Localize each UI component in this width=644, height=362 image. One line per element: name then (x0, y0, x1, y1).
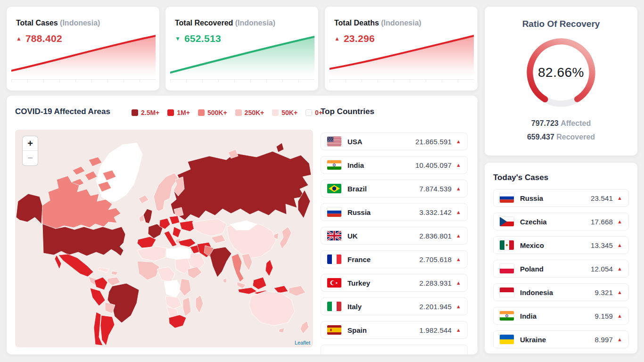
affected-areas-panel: COVID-19 Affected Areas 2.5M+1M+500K+250… (7, 96, 478, 354)
legend-swatch (167, 109, 174, 116)
choropleth-map[interactable] (15, 130, 313, 347)
country-row-indonesia[interactable]: Indonesia9.321▲ (493, 283, 629, 301)
country-row-russia[interactable]: Russia3.332.142▲ (321, 203, 468, 221)
flag-brazil-icon (327, 184, 341, 193)
legend-swatch (235, 109, 242, 116)
flag-france-icon (327, 255, 341, 264)
covid-dashboard: Total Cases (Indonesia) ▲ 788.402 Total … (0, 0, 644, 362)
country-name: Italy (347, 303, 362, 311)
leaflet-attribution-link[interactable]: Leaflet (295, 340, 310, 346)
country-value: 13.345 (591, 241, 613, 249)
trend-up-icon: ▲ (456, 162, 461, 168)
legend-item: 1M+ (167, 109, 190, 116)
country-row-brazil[interactable]: Brazil7.874.539▲ (321, 180, 468, 197)
country-row-india[interactable]: India9.159▲ (493, 307, 629, 325)
country-name: Russia (347, 208, 371, 216)
top-countries-list: USA21.865.591▲India10.405.097▲Brazil7.87… (321, 132, 468, 354)
flag-indonesia-icon (500, 288, 514, 297)
stat-region: (Indonesia) (381, 19, 421, 27)
country-row-india[interactable]: India10.405.097▲ (321, 156, 468, 174)
country-row-spain[interactable]: Spain1.982.544▲ (321, 321, 468, 339)
country-name: Spain (347, 326, 367, 334)
world-map[interactable]: + − Leaflet (15, 130, 313, 347)
country-name: USA (347, 138, 363, 146)
legend-label: 2.5M+ (141, 109, 159, 116)
country-name: Poland (520, 265, 544, 273)
legend-swatch (305, 109, 312, 116)
country-row-mexico[interactable]: Mexico13.345▲ (493, 236, 629, 254)
zoom-in-button[interactable]: + (23, 136, 38, 151)
trend-up-icon: ▲ (456, 233, 461, 239)
country-name: UK (347, 232, 358, 240)
flag-turkey-icon (327, 278, 341, 288)
country-value: 7.874.539 (420, 185, 452, 193)
country-row-russia[interactable]: Russia23.541▲ (493, 189, 629, 207)
country-row-turkey[interactable]: Turkey2.283.931▲ (321, 274, 468, 292)
country-name: Czechia (520, 218, 547, 226)
country-row-czechia[interactable]: Czechia17.668▲ (493, 213, 629, 230)
country-row-partial[interactable] (321, 345, 468, 354)
country-row-usa[interactable]: USA21.865.591▲ (321, 132, 468, 150)
sparkline-axis (330, 79, 474, 82)
country-name: Ukraine (520, 336, 546, 344)
zoom-out-button[interactable]: − (23, 151, 38, 165)
country-value: 9.321 (595, 288, 613, 296)
flag-spain-icon (327, 325, 341, 335)
country-value: 10.405.097 (415, 161, 452, 169)
map-zoom-control: + − (22, 136, 38, 166)
recovery-percent: 82.66% (523, 35, 599, 110)
trend-up-icon: ▲ (456, 139, 461, 144)
country-value: 2.836.801 (420, 232, 452, 240)
trend-up-icon: ▲ (617, 195, 622, 201)
country-name: Turkey (347, 279, 370, 287)
country-row-italy[interactable]: Italy2.201.945▲ (321, 297, 468, 315)
total-recovered-card: Total Recovered (Indonesia) ▼ 652.513 (165, 7, 318, 90)
trend-up-icon: ▲ (456, 280, 461, 286)
flag-czechia-icon (500, 217, 514, 226)
legend-item: 0+ (305, 109, 322, 116)
affected-label: Affected (561, 119, 591, 127)
flag-mexico-icon (500, 240, 514, 250)
stat-title-text: Total Recovered (175, 19, 233, 27)
country-value: 8.997 (595, 336, 613, 344)
country-name: India (347, 161, 364, 169)
country-row-france[interactable]: France2.705.618▲ (321, 250, 468, 268)
affected-stat: 797.723 Affected (485, 117, 637, 131)
stat-value: 23.296 (344, 33, 375, 44)
country-value: 2.201.945 (420, 303, 452, 311)
country-value: 21.865.591 (415, 138, 452, 146)
stat-title: Total Recovered (Indonesia) (175, 19, 275, 27)
trend-up-icon: ▲ (456, 304, 461, 309)
map-legend: 2.5M+1M+500K+250K+50K+0+ (132, 109, 322, 116)
country-value: 23.541 (591, 194, 613, 202)
legend-item: 2.5M+ (132, 109, 159, 116)
legend-label: 250K+ (245, 109, 264, 116)
legend-label: 1M+ (177, 109, 190, 116)
legend-swatch (198, 109, 205, 116)
recovery-gauge: 82.66% (523, 35, 599, 110)
stat-region: (Indonesia) (60, 19, 100, 27)
flag-poland-icon (500, 264, 514, 273)
country-value: 2.283.931 (420, 279, 452, 287)
affected-value: 797.723 (531, 119, 559, 127)
stat-value: 788.402 (25, 33, 62, 44)
country-value: 1.982.544 (420, 326, 452, 334)
country-row-uk[interactable]: UK2.836.801▲ (321, 227, 468, 245)
trend-up-icon: ▲ (334, 35, 340, 42)
legend-swatch (132, 109, 138, 116)
trend-down-icon: ▼ (175, 35, 181, 42)
flag-italy-icon (327, 302, 341, 311)
trend-up-icon: ▲ (456, 256, 461, 262)
flag-india-icon (327, 160, 341, 170)
country-value: 2.705.618 (420, 255, 452, 263)
country-row-poland[interactable]: Poland12.054▲ (493, 260, 629, 278)
legend-label: 50K+ (281, 109, 297, 116)
country-name: India (520, 312, 537, 320)
country-value: 9.159 (595, 312, 613, 320)
trend-up-icon: ▲ (16, 35, 22, 42)
legend-item: 50K+ (272, 109, 297, 116)
todays-cases-card: Today's Cases Russia23.541▲Czechia17.668… (485, 163, 637, 354)
country-row-ukraine[interactable]: Ukraine8.997▲ (493, 330, 629, 348)
stat-title-text: Total Cases (16, 19, 58, 27)
recovered-value: 659.437 (527, 133, 554, 141)
